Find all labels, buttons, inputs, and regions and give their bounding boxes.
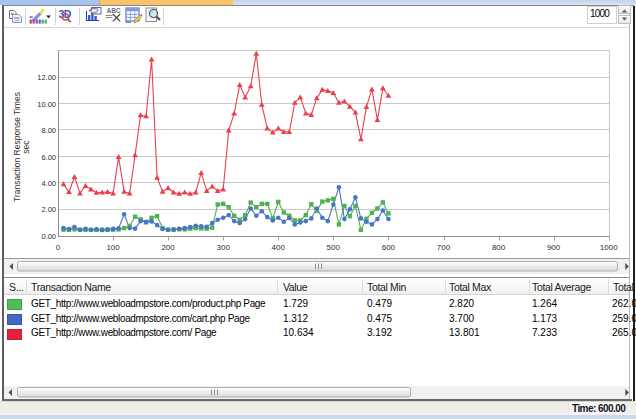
svg-text:0: 0 xyxy=(56,243,61,252)
svg-text:1000: 1000 xyxy=(600,243,618,252)
svg-text:10.00: 10.00 xyxy=(37,100,56,109)
svg-text:700: 700 xyxy=(437,243,451,252)
svg-text:900: 900 xyxy=(547,243,561,252)
svg-text:4.00: 4.00 xyxy=(41,179,56,188)
svg-text:200: 200 xyxy=(161,243,175,252)
svg-text:100: 100 xyxy=(106,243,120,252)
svg-text:2.00: 2.00 xyxy=(41,205,56,214)
svg-text:600: 600 xyxy=(382,243,396,252)
svg-text:6.00: 6.00 xyxy=(41,153,56,162)
svg-text:400: 400 xyxy=(272,243,286,252)
svg-text:8.00: 8.00 xyxy=(41,126,56,135)
svg-text:800: 800 xyxy=(492,243,506,252)
svg-text:sec: sec xyxy=(21,140,31,154)
svg-text:0.00: 0.00 xyxy=(41,232,56,241)
svg-text:300: 300 xyxy=(217,243,231,252)
svg-text:500: 500 xyxy=(327,243,341,252)
svg-text:12.00: 12.00 xyxy=(37,73,56,82)
